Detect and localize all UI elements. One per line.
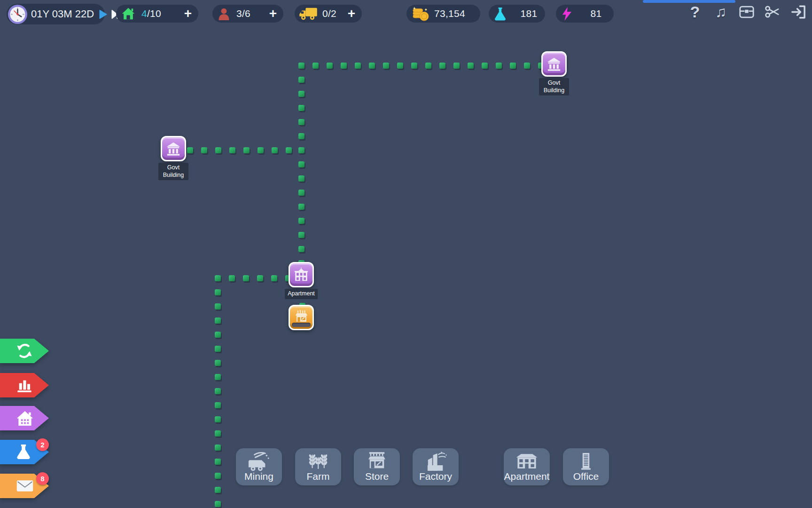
path-dot	[229, 147, 235, 153]
money-amount: 73,154	[434, 8, 465, 19]
path-dot	[243, 275, 249, 281]
path-dot	[496, 63, 502, 69]
path-dot	[298, 91, 304, 97]
exit-icon	[791, 4, 806, 20]
housing-menu-button[interactable]	[0, 406, 49, 430]
build-button-label: Factory	[419, 471, 452, 482]
build-button-label: Apartment	[504, 471, 550, 482]
game-date: 01Y 03M 22D	[31, 8, 94, 20]
build-button-label: Office	[573, 471, 599, 482]
flag-shape	[0, 373, 49, 397]
path-dot	[298, 232, 304, 238]
path-dots-layer	[0, 0, 812, 508]
build-office-button[interactable]: Office	[563, 448, 609, 485]
building-govt-northeast[interactable]: Govt Building	[541, 51, 567, 77]
building-govt-west[interactable]: Govt Building	[161, 136, 186, 161]
path-dot	[298, 63, 304, 69]
build-factory-button[interactable]: Factory	[413, 448, 459, 485]
recycle-icon	[16, 342, 33, 360]
path-dot	[453, 63, 460, 69]
flask-icon	[494, 7, 507, 21]
production-menu-button[interactable]	[0, 339, 49, 363]
path-dot	[411, 63, 417, 69]
build-apartment-button[interactable]: Apartment	[504, 448, 550, 485]
path-dot	[369, 63, 375, 69]
path-dot	[215, 459, 221, 465]
person-icon	[218, 8, 230, 20]
build-store-button[interactable]: Store	[354, 448, 400, 485]
path-dot	[383, 63, 389, 69]
building-tile[interactable]	[541, 51, 567, 77]
path-dot	[298, 77, 304, 83]
help-button[interactable]: ?	[687, 3, 703, 20]
bank-icon	[165, 141, 181, 157]
vehicles-count: 0/2	[322, 8, 336, 19]
workers-count: 3/6	[236, 8, 250, 19]
time-pill: 01Y 03M 22D	[7, 4, 105, 24]
path-dot	[298, 161, 304, 167]
construction-progress-bar	[292, 323, 311, 327]
path-dot	[201, 147, 207, 153]
build-mining-button[interactable]: Mining	[236, 448, 282, 485]
flag-shape	[0, 339, 49, 363]
cut-button[interactable]	[765, 3, 781, 20]
path-dot	[258, 147, 264, 153]
clock-icon	[8, 4, 28, 24]
play-button[interactable]	[99, 9, 107, 19]
storefront-icon	[294, 309, 309, 323]
building-tile[interactable]	[161, 136, 186, 161]
storage-button[interactable]	[739, 3, 755, 20]
path-dot	[397, 63, 403, 69]
build-farm-button[interactable]: Farm	[295, 448, 341, 485]
path-dot	[298, 105, 304, 111]
path-dot	[215, 332, 221, 338]
path-dot	[215, 374, 221, 380]
music-button[interactable]: ♫	[713, 3, 729, 20]
path-dot	[298, 218, 304, 224]
flask-icon	[16, 443, 31, 461]
building-tile[interactable]	[289, 305, 314, 330]
building-apartment[interactable]: Apartment	[289, 262, 314, 287]
path-dot	[341, 63, 347, 69]
path-dot	[327, 63, 333, 69]
house-icon	[121, 7, 135, 20]
path-dot	[243, 147, 250, 153]
path-dot	[215, 388, 221, 394]
system-buttons: ? ♫	[687, 3, 806, 20]
build-button-label: Farm	[307, 471, 330, 482]
path-dot	[482, 63, 488, 69]
path-dot	[355, 63, 361, 69]
path-dot	[215, 416, 221, 422]
workers-stat-pill: 3/6 +	[212, 5, 283, 23]
game-screen: 01Y 03M 22D 4/10 + 3/6	[0, 0, 812, 508]
exit-button[interactable]	[790, 3, 806, 20]
building-store-under-construction[interactable]	[289, 305, 314, 330]
envelope-icon	[16, 479, 34, 493]
chest-icon	[739, 5, 755, 19]
building-tile[interactable]	[289, 262, 314, 287]
stats-menu-button[interactable]	[0, 373, 49, 397]
path-dot	[215, 346, 221, 352]
path-dot	[439, 63, 445, 69]
coins-icon	[412, 6, 429, 22]
path-dot	[271, 275, 277, 281]
housing-stat-pill: 4/10 +	[116, 5, 198, 23]
bank-icon	[546, 56, 562, 72]
path-dot	[215, 402, 221, 408]
path-dot	[257, 275, 263, 281]
path-dot	[215, 318, 221, 324]
path-dot	[298, 147, 304, 153]
lightning-icon	[561, 7, 572, 21]
path-dot	[215, 487, 221, 493]
path-dot	[468, 63, 474, 69]
research-badge: 2	[36, 438, 49, 451]
path-dot	[272, 147, 278, 153]
energy-amount: 81	[578, 8, 607, 19]
mail-menu-button[interactable]: 8	[0, 474, 49, 498]
research-points: 181	[513, 8, 539, 19]
path-dot	[298, 204, 304, 210]
path-dot	[298, 119, 304, 125]
research-menu-button[interactable]: 2	[0, 440, 49, 464]
path-dot	[286, 147, 292, 153]
house-icon	[16, 410, 34, 427]
